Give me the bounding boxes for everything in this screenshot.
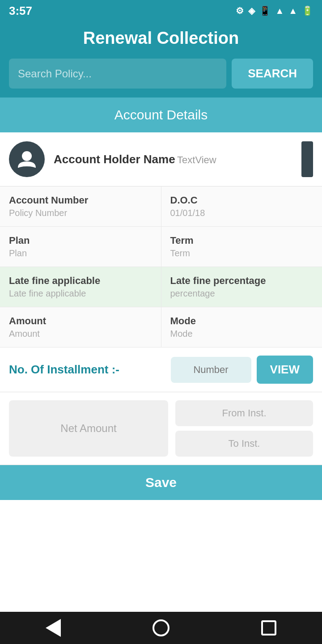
view-button[interactable]: VIEW: [257, 356, 313, 384]
info-grid: Account Number Policy Number D.O.C 01/01…: [0, 186, 322, 347]
term-label: Term: [170, 235, 314, 246]
home-button[interactable]: [153, 619, 169, 636]
status-icons: ⚙ ◈ 📱 ▲ ▲ 🔋: [236, 5, 313, 16]
search-input[interactable]: [9, 59, 226, 89]
signal-icon: ▲: [288, 6, 297, 16]
doc-cell: D.O.C 01/01/18: [161, 186, 322, 226]
amount-value: Amount: [9, 329, 152, 339]
search-button[interactable]: SEARCH: [232, 59, 313, 89]
installment-number-input[interactable]: [171, 357, 251, 383]
account-details-title: Account Details: [114, 107, 208, 122]
late-fine-pct-label: Late fine percentage: [170, 275, 314, 287]
plan-cell: Plan Plan: [0, 227, 161, 267]
account-holder-subtitle: TextView: [177, 154, 216, 165]
back-triangle-icon: [46, 619, 61, 637]
amount-label: Amount: [9, 315, 152, 327]
mode-label: Mode: [170, 315, 314, 327]
late-fine-pct-cell: Late fine percentage percentage: [161, 267, 322, 307]
save-button[interactable]: Save: [10, 475, 312, 490]
svg-point-0: [22, 151, 32, 161]
wifi-icon: ▲: [275, 6, 284, 16]
account-number-label: Account Number: [9, 195, 152, 206]
status-time: 3:57: [9, 4, 32, 18]
info-row-amount: Amount Amount Mode Mode: [0, 307, 322, 347]
settings-icon: ⚙: [236, 5, 244, 16]
account-holder-name: Account Holder Name: [54, 153, 175, 166]
info-row-plan: Plan Plan Term Term: [0, 227, 322, 267]
plan-label: Plan: [9, 235, 152, 246]
profile-info: Account Holder Name TextView: [54, 153, 301, 166]
mode-cell: Mode Mode: [161, 307, 322, 347]
plan-value: Plan: [9, 248, 152, 258]
back-button[interactable]: [46, 619, 61, 637]
term-cell: Term Term: [161, 227, 322, 267]
bottom-nav: [0, 612, 322, 644]
net-amount-row: Net Amount From Inst. To Inst.: [0, 392, 322, 465]
to-inst-button[interactable]: To Inst.: [175, 431, 313, 457]
recent-square-icon: [261, 620, 276, 636]
info-row-late-fine: Late fine applicable Late fine applicabl…: [0, 267, 322, 307]
info-row-account: Account Number Policy Number D.O.C 01/01…: [0, 186, 322, 227]
installment-row: No. Of Installment :- VIEW: [0, 347, 322, 392]
term-value: Term: [170, 248, 314, 258]
account-details-header: Account Details: [0, 97, 322, 132]
page-title: Renewal Collection: [9, 29, 313, 48]
late-fine-cell: Late fine applicable Late fine applicabl…: [0, 267, 161, 307]
inst-buttons: From Inst. To Inst.: [175, 400, 313, 457]
amount-cell: Amount Amount: [0, 307, 161, 347]
doc-label: D.O.C: [170, 195, 314, 206]
doc-value: 01/01/18: [170, 208, 314, 218]
late-fine-pct-value: percentage: [170, 288, 314, 299]
battery-icon: 🔋: [302, 5, 313, 16]
from-inst-button[interactable]: From Inst.: [175, 400, 313, 426]
late-fine-value: Late fine applicable: [9, 288, 152, 299]
late-fine-label: Late fine applicable: [9, 275, 152, 287]
page-header: Renewal Collection: [0, 21, 322, 59]
account-number-cell: Account Number Policy Number: [0, 186, 161, 226]
recent-button[interactable]: [261, 620, 276, 636]
location-icon: ◈: [248, 5, 255, 16]
account-number-value: Policy Number: [9, 208, 152, 218]
search-bar: SEARCH: [0, 59, 322, 97]
save-section: Save: [0, 465, 322, 500]
installment-label: No. Of Installment :-: [9, 363, 165, 377]
net-amount-button[interactable]: Net Amount: [9, 400, 168, 457]
profile-row: Account Holder Name TextView: [0, 132, 322, 186]
avatar: [9, 141, 45, 177]
status-bar: 3:57 ⚙ ◈ 📱 ▲ ▲ 🔋: [0, 0, 322, 21]
profile-right-bar: [301, 141, 313, 177]
phone-icon: 📱: [259, 5, 271, 16]
mode-value: Mode: [170, 329, 314, 339]
home-circle-icon: [153, 619, 169, 636]
